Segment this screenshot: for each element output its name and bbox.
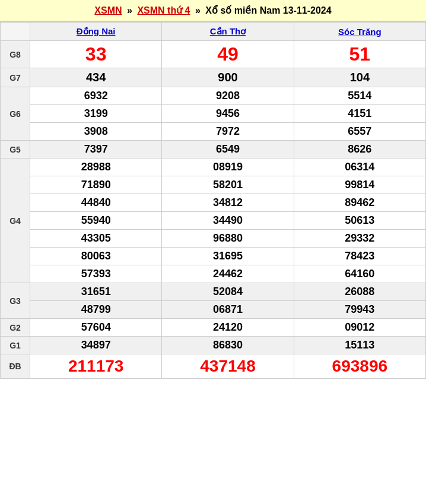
g8-c1: 33 <box>30 41 162 68</box>
g7-c2: 900 <box>162 68 294 87</box>
lottery-table: Đồng Nai Cần Thơ Sóc Trăng G8 33 49 51 G… <box>0 22 426 379</box>
g3-r1-c1: 31651 <box>30 283 162 301</box>
g1-c2: 86830 <box>162 337 294 354</box>
label-db: ĐB <box>1 354 30 379</box>
empty-header <box>1 23 30 41</box>
g6-r1-c1: 6932 <box>30 87 162 105</box>
g4-r2-c2: 58201 <box>162 176 294 194</box>
label-g8: G8 <box>1 41 30 68</box>
db-c3: 693896 <box>294 354 425 379</box>
g4-r1-c1: 28988 <box>30 159 162 176</box>
label-g3: G3 <box>1 283 30 319</box>
table-row-g4-5: 43305 96880 29332 <box>1 230 426 248</box>
g6-r3-c2: 7972 <box>162 123 294 141</box>
header-col1[interactable]: Đồng Nai <box>30 23 162 41</box>
table-row-g4-7: 57393 24462 64160 <box>1 265 426 283</box>
g7-c1: 434 <box>30 68 162 87</box>
g5-c2: 6549 <box>162 141 294 159</box>
g3-r2-c2: 06871 <box>162 301 294 319</box>
g4-r7-c1: 57393 <box>30 265 162 283</box>
table-row-g4-3: 44840 34812 89462 <box>1 194 426 212</box>
label-g1: G1 <box>1 337 30 354</box>
g6-r3-c1: 3908 <box>30 123 162 141</box>
g3-r1-c3: 26088 <box>294 283 425 301</box>
table-row-g7: G7 434 900 104 <box>1 68 426 87</box>
g8-c2: 49 <box>162 41 294 68</box>
g1-c1: 34897 <box>30 337 162 354</box>
g6-r2-c2: 9456 <box>162 105 294 123</box>
g4-r4-c3: 50613 <box>294 212 425 230</box>
g4-r7-c3: 64160 <box>294 265 425 283</box>
table-row-g3-2: 48799 06871 79943 <box>1 301 426 319</box>
link-xsmn-thu4[interactable]: XSMN thứ 4 <box>137 5 190 15</box>
g4-r4-c2: 34490 <box>162 212 294 230</box>
g6-r2-c1: 3199 <box>30 105 162 123</box>
header-col2[interactable]: Cần Thơ <box>162 23 294 41</box>
table-row-g4-4: 55940 34490 50613 <box>1 212 426 230</box>
table-row-g5: G5 7397 6549 8626 <box>1 141 426 159</box>
g6-r3-c3: 6557 <box>294 123 425 141</box>
table-row-g6-3: 3908 7972 6557 <box>1 123 426 141</box>
table-row-db: ĐB 211173 437148 693896 <box>1 354 426 379</box>
g6-r1-c2: 9208 <box>162 87 294 105</box>
label-g7: G7 <box>1 68 30 87</box>
g4-r3-c1: 44840 <box>30 194 162 212</box>
table-row-g4-1: G4 28988 08919 06314 <box>1 159 426 176</box>
sep2: » <box>195 5 201 15</box>
g5-c1: 7397 <box>30 141 162 159</box>
label-g6: G6 <box>1 87 30 141</box>
g4-r1-c3: 06314 <box>294 159 425 176</box>
table-row-g1: G1 34897 86830 15113 <box>1 337 426 354</box>
g6-r2-c3: 4151 <box>294 105 425 123</box>
db-c1: 211173 <box>30 354 162 379</box>
g4-r5-c1: 43305 <box>30 230 162 248</box>
g4-r6-c2: 31695 <box>162 248 294 265</box>
g4-r4-c1: 55940 <box>30 212 162 230</box>
g4-r6-c3: 78423 <box>294 248 425 265</box>
g4-r6-c1: 80063 <box>30 248 162 265</box>
label-g4: G4 <box>1 159 30 283</box>
label-g2: G2 <box>1 319 30 337</box>
page-title: Xổ số miền Nam 13-11-2024 <box>205 5 331 15</box>
table-row-g3-1: G3 31651 52084 26088 <box>1 283 426 301</box>
g2-c2: 24120 <box>162 319 294 337</box>
g4-r3-c2: 34812 <box>162 194 294 212</box>
g4-r2-c3: 99814 <box>294 176 425 194</box>
g4-r3-c3: 89462 <box>294 194 425 212</box>
db-c2: 437148 <box>162 354 294 379</box>
g2-c1: 57604 <box>30 319 162 337</box>
g4-r1-c2: 08919 <box>162 159 294 176</box>
table-row-g8: G8 33 49 51 <box>1 41 426 68</box>
g4-r2-c1: 71890 <box>30 176 162 194</box>
table-row-g4-2: 71890 58201 99814 <box>1 176 426 194</box>
g8-c3: 51 <box>294 41 425 68</box>
label-g5: G5 <box>1 141 30 159</box>
sep1: » <box>127 5 132 15</box>
header-col3[interactable]: Sóc Trăng <box>294 23 425 41</box>
g4-r7-c2: 24462 <box>162 265 294 283</box>
link-xsmn[interactable]: XSMN <box>94 5 122 15</box>
table-row-g6-2: 3199 9456 4151 <box>1 105 426 123</box>
table-row-g6-1: G6 6932 9208 5514 <box>1 87 426 105</box>
g5-c3: 8626 <box>294 141 425 159</box>
g3-r2-c3: 79943 <box>294 301 425 319</box>
g1-c3: 15113 <box>294 337 425 354</box>
page-header: XSMN » XSMN thứ 4 » Xổ số miền Nam 13-11… <box>0 0 426 22</box>
g3-r1-c2: 52084 <box>162 283 294 301</box>
g6-r1-c3: 5514 <box>294 87 425 105</box>
table-row-g2: G2 57604 24120 09012 <box>1 319 426 337</box>
g7-c3: 104 <box>294 68 425 87</box>
g4-r5-c3: 29332 <box>294 230 425 248</box>
g4-r5-c2: 96880 <box>162 230 294 248</box>
g2-c3: 09012 <box>294 319 425 337</box>
g3-r2-c1: 48799 <box>30 301 162 319</box>
table-row-g4-6: 80063 31695 78423 <box>1 248 426 265</box>
